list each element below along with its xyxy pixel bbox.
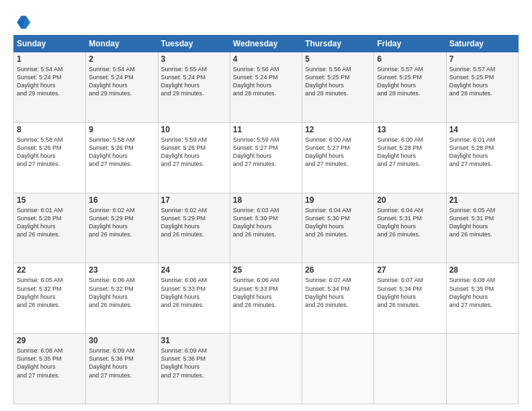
calendar-cell: 22 Sunrise: 6:05 AM Sunset: 5:32 PM Dayl… <box>14 263 86 334</box>
day-number: 9 <box>89 125 154 134</box>
calendar-week-row: 22 Sunrise: 6:05 AM Sunset: 5:32 PM Dayl… <box>14 263 519 334</box>
day-content: Sunrise: 5:55 AM Sunset: 5:24 PM Dayligh… <box>161 65 227 98</box>
day-number: 12 <box>305 125 371 134</box>
day-number: 23 <box>89 265 154 275</box>
day-content: Sunrise: 6:04 AM Sunset: 5:31 PM Dayligh… <box>377 206 443 239</box>
calendar-table: SundayMondayTuesdayWednesdayThursdayFrid… <box>13 35 519 404</box>
day-number: 13 <box>377 125 443 134</box>
calendar-cell: 7 Sunrise: 5:57 AM Sunset: 5:25 PM Dayli… <box>446 52 518 123</box>
day-content: Sunrise: 6:08 AM Sunset: 5:35 PM Dayligh… <box>449 276 515 309</box>
day-content: Sunrise: 6:02 AM Sunset: 5:29 PM Dayligh… <box>161 206 227 239</box>
day-number: 2 <box>89 54 154 64</box>
day-content: Sunrise: 6:04 AM Sunset: 5:30 PM Dayligh… <box>305 206 371 239</box>
calendar-week-row: 29 Sunrise: 6:08 AM Sunset: 5:35 PM Dayl… <box>14 334 519 404</box>
day-content: Sunrise: 6:06 AM Sunset: 5:33 PM Dayligh… <box>233 276 299 309</box>
calendar-cell: 17 Sunrise: 6:02 AM Sunset: 5:29 PM Dayl… <box>158 193 230 263</box>
calendar-cell: 18 Sunrise: 6:03 AM Sunset: 5:30 PM Dayl… <box>230 193 302 263</box>
page: SundayMondayTuesdayWednesdayThursdayFrid… <box>0 0 532 411</box>
day-number: 14 <box>449 125 515 134</box>
calendar-col-wednesday: Wednesday <box>230 36 302 52</box>
day-number: 15 <box>17 195 83 205</box>
calendar-cell <box>446 334 518 404</box>
calendar-cell: 5 Sunrise: 5:56 AM Sunset: 5:25 PM Dayli… <box>302 52 374 123</box>
day-content: Sunrise: 6:08 AM Sunset: 5:35 PM Dayligh… <box>17 347 83 379</box>
calendar-cell: 28 Sunrise: 6:08 AM Sunset: 5:35 PM Dayl… <box>446 263 518 334</box>
calendar-col-friday: Friday <box>374 36 446 52</box>
day-content: Sunrise: 5:54 AM Sunset: 5:24 PM Dayligh… <box>17 65 83 98</box>
calendar-cell <box>230 334 302 404</box>
day-content: Sunrise: 6:07 AM Sunset: 5:34 PM Dayligh… <box>377 276 443 309</box>
header <box>13 12 519 31</box>
day-number: 3 <box>161 54 227 64</box>
day-content: Sunrise: 6:06 AM Sunset: 5:32 PM Dayligh… <box>89 276 154 309</box>
calendar-cell: 31 Sunrise: 6:09 AM Sunset: 5:36 PM Dayl… <box>158 334 230 404</box>
calendar-cell: 8 Sunrise: 5:58 AM Sunset: 5:26 PM Dayli… <box>14 122 86 193</box>
calendar-week-row: 8 Sunrise: 5:58 AM Sunset: 5:26 PM Dayli… <box>14 122 519 193</box>
day-number: 21 <box>449 195 515 205</box>
calendar-cell: 16 Sunrise: 6:02 AM Sunset: 5:29 PM Dayl… <box>86 193 158 263</box>
calendar-cell: 10 Sunrise: 5:59 AM Sunset: 5:26 PM Dayl… <box>158 122 230 193</box>
day-content: Sunrise: 5:56 AM Sunset: 5:24 PM Dayligh… <box>233 65 299 98</box>
day-content: Sunrise: 6:01 AM Sunset: 5:28 PM Dayligh… <box>17 206 83 239</box>
calendar-cell: 27 Sunrise: 6:07 AM Sunset: 5:34 PM Dayl… <box>374 263 446 334</box>
day-number: 5 <box>305 54 371 64</box>
calendar-cell: 24 Sunrise: 6:06 AM Sunset: 5:33 PM Dayl… <box>158 263 230 334</box>
calendar-cell: 11 Sunrise: 5:59 AM Sunset: 5:27 PM Dayl… <box>230 122 302 193</box>
calendar-cell <box>374 334 446 404</box>
logo-icon <box>15 15 31 31</box>
day-content: Sunrise: 5:58 AM Sunset: 5:26 PM Dayligh… <box>17 136 83 169</box>
day-number: 11 <box>233 125 299 134</box>
day-number: 6 <box>377 54 443 64</box>
day-content: Sunrise: 5:58 AM Sunset: 5:26 PM Dayligh… <box>89 136 154 169</box>
day-content: Sunrise: 6:05 AM Sunset: 5:32 PM Dayligh… <box>17 276 83 309</box>
day-number: 1 <box>17 54 83 64</box>
day-content: Sunrise: 5:56 AM Sunset: 5:25 PM Dayligh… <box>305 65 371 98</box>
day-content: Sunrise: 5:59 AM Sunset: 5:27 PM Dayligh… <box>233 136 299 169</box>
calendar-cell: 19 Sunrise: 6:04 AM Sunset: 5:30 PM Dayl… <box>302 193 374 263</box>
calendar-cell: 21 Sunrise: 6:05 AM Sunset: 5:31 PM Dayl… <box>446 193 518 263</box>
day-number: 10 <box>161 125 227 134</box>
calendar-cell: 3 Sunrise: 5:55 AM Sunset: 5:24 PM Dayli… <box>158 52 230 123</box>
calendar-cell: 13 Sunrise: 6:00 AM Sunset: 5:28 PM Dayl… <box>374 122 446 193</box>
day-content: Sunrise: 5:57 AM Sunset: 5:25 PM Dayligh… <box>377 65 443 98</box>
day-content: Sunrise: 6:00 AM Sunset: 5:28 PM Dayligh… <box>377 136 443 169</box>
day-number: 19 <box>305 195 371 205</box>
calendar-col-monday: Monday <box>86 36 158 52</box>
day-number: 7 <box>449 54 515 64</box>
calendar-cell <box>302 334 374 404</box>
day-number: 17 <box>161 195 227 205</box>
calendar-cell: 2 Sunrise: 5:54 AM Sunset: 5:24 PM Dayli… <box>86 52 158 123</box>
day-number: 20 <box>377 195 443 205</box>
calendar-cell: 1 Sunrise: 5:54 AM Sunset: 5:24 PM Dayli… <box>14 52 86 123</box>
day-number: 29 <box>17 336 83 345</box>
day-number: 24 <box>161 265 227 275</box>
day-content: Sunrise: 6:03 AM Sunset: 5:30 PM Dayligh… <box>233 206 299 239</box>
calendar-week-row: 1 Sunrise: 5:54 AM Sunset: 5:24 PM Dayli… <box>14 52 519 123</box>
logo <box>13 15 31 31</box>
calendar-header-row: SundayMondayTuesdayWednesdayThursdayFrid… <box>14 36 519 52</box>
calendar-col-tuesday: Tuesday <box>158 36 230 52</box>
day-content: Sunrise: 6:09 AM Sunset: 5:36 PM Dayligh… <box>89 347 154 379</box>
day-number: 31 <box>161 336 227 345</box>
calendar-col-thursday: Thursday <box>302 36 374 52</box>
day-content: Sunrise: 5:57 AM Sunset: 5:25 PM Dayligh… <box>449 65 515 98</box>
calendar-col-saturday: Saturday <box>446 36 518 52</box>
calendar-week-row: 15 Sunrise: 6:01 AM Sunset: 5:28 PM Dayl… <box>14 193 519 263</box>
calendar-cell: 9 Sunrise: 5:58 AM Sunset: 5:26 PM Dayli… <box>86 122 158 193</box>
day-number: 8 <box>17 125 83 134</box>
day-number: 28 <box>449 265 515 275</box>
calendar-cell: 20 Sunrise: 6:04 AM Sunset: 5:31 PM Dayl… <box>374 193 446 263</box>
calendar-cell: 4 Sunrise: 5:56 AM Sunset: 5:24 PM Dayli… <box>230 52 302 123</box>
day-number: 27 <box>377 265 443 275</box>
day-number: 22 <box>17 265 83 275</box>
day-content: Sunrise: 6:07 AM Sunset: 5:34 PM Dayligh… <box>305 276 371 309</box>
day-content: Sunrise: 5:54 AM Sunset: 5:24 PM Dayligh… <box>89 65 154 98</box>
day-number: 26 <box>305 265 371 275</box>
calendar-cell: 29 Sunrise: 6:08 AM Sunset: 5:35 PM Dayl… <box>14 334 86 404</box>
day-content: Sunrise: 5:59 AM Sunset: 5:26 PM Dayligh… <box>161 136 227 169</box>
calendar-cell: 14 Sunrise: 6:01 AM Sunset: 5:28 PM Dayl… <box>446 122 518 193</box>
day-content: Sunrise: 6:02 AM Sunset: 5:29 PM Dayligh… <box>89 206 154 239</box>
day-number: 30 <box>89 336 154 345</box>
day-content: Sunrise: 6:05 AM Sunset: 5:31 PM Dayligh… <box>449 206 515 239</box>
day-content: Sunrise: 6:06 AM Sunset: 5:33 PM Dayligh… <box>161 276 227 309</box>
